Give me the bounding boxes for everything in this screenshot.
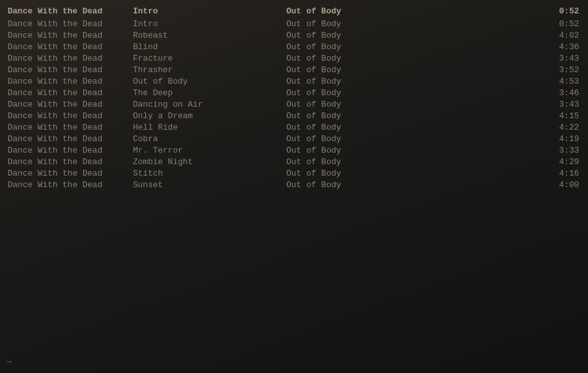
table-row[interactable]: Dance With the DeadSunsetOut of Body4:00: [0, 179, 588, 190]
table-row[interactable]: Dance With the DeadMr. TerrorOut of Body…: [0, 144, 588, 156]
track-artist: Dance With the Dead: [0, 157, 128, 167]
track-artist: Dance With the Dead: [0, 88, 128, 98]
track-artist: Dance With the Dead: [0, 169, 128, 178]
track-album: Out of Body: [281, 54, 537, 63]
track-title: Hell Ride: [128, 123, 281, 132]
track-album: Out of Body: [281, 180, 537, 190]
track-duration: 4:19: [537, 134, 588, 144]
table-row[interactable]: Dance With the DeadThrasherOut of Body3:…: [0, 64, 588, 75]
header-artist: Dance With the Dead: [0, 6, 128, 16]
track-album: Out of Body: [281, 42, 537, 52]
track-title: Cobra: [128, 134, 281, 144]
track-title: Zombie Night: [128, 157, 281, 167]
table-row[interactable]: Dance With the DeadThe DeepOut of Body3:…: [0, 87, 588, 98]
track-artist: Dance With the Dead: [0, 111, 128, 121]
track-duration: 4:22: [537, 123, 588, 132]
track-title: Fracture: [128, 54, 281, 63]
track-title: Robeast: [128, 31, 281, 40]
track-album: Out of Body: [281, 100, 537, 109]
header-title: Intro: [128, 6, 281, 16]
table-row[interactable]: Dance With the DeadHell RideOut of Body4…: [0, 121, 588, 133]
track-artist: Dance With the Dead: [0, 100, 128, 109]
track-duration: 4:53: [537, 77, 588, 86]
track-duration: 4:29: [537, 157, 588, 167]
table-row[interactable]: Dance With the DeadIntroOut of Body0:52: [0, 18, 588, 29]
track-list: Dance With the Dead Intro Out of Body 0:…: [0, 0, 588, 195]
track-duration: 3:43: [537, 100, 588, 109]
table-row[interactable]: Dance With the DeadRobeastOut of Body4:0…: [0, 29, 588, 41]
track-album: Out of Body: [281, 31, 537, 40]
track-artist: Dance With the Dead: [0, 42, 128, 52]
track-duration: 4:00: [537, 180, 588, 190]
table-row[interactable]: Dance With the DeadOnly a DreamOut of Bo…: [0, 110, 588, 121]
table-row[interactable]: Dance With the DeadZombie NightOut of Bo…: [0, 156, 588, 167]
track-title: Mr. Terror: [128, 146, 281, 155]
table-row[interactable]: Dance With the DeadBlindOut of Body4:36: [0, 41, 588, 52]
track-title: Dancing on Air: [128, 100, 281, 109]
table-row[interactable]: Dance With the DeadCobraOut of Body4:19: [0, 133, 588, 144]
track-title: Stitch: [128, 169, 281, 178]
track-title: Only a Dream: [128, 111, 281, 121]
track-album: Out of Body: [281, 169, 537, 178]
track-title: Sunset: [128, 180, 281, 190]
table-row[interactable]: Dance With the DeadStitchOut of Body4:16: [0, 167, 588, 179]
table-row[interactable]: Dance With the DeadFractureOut of Body3:…: [0, 52, 588, 64]
track-duration: 3:52: [537, 65, 588, 75]
table-row[interactable]: Dance With the DeadOut of BodyOut of Bod…: [0, 75, 588, 87]
track-artist: Dance With the Dead: [0, 77, 128, 86]
track-duration: 3:43: [537, 54, 588, 63]
track-album: Out of Body: [281, 65, 537, 75]
track-duration: 3:33: [537, 146, 588, 155]
track-album: Out of Body: [281, 111, 537, 121]
track-album: Out of Body: [281, 19, 537, 29]
track-artist: Dance With the Dead: [0, 31, 128, 40]
track-duration: 0:52: [537, 19, 588, 29]
track-title: Out of Body: [128, 77, 281, 86]
track-artist: Dance With the Dead: [0, 134, 128, 144]
table-row[interactable]: Dance With the DeadDancing on AirOut of …: [0, 98, 588, 110]
track-duration: 3:46: [537, 88, 588, 98]
track-artist: Dance With the Dead: [0, 19, 128, 29]
track-title: Thrasher: [128, 65, 281, 75]
track-title: Intro: [128, 19, 281, 29]
track-artist: Dance With the Dead: [0, 180, 128, 190]
track-album: Out of Body: [281, 88, 537, 98]
header-duration: 0:52: [537, 6, 588, 16]
track-duration: 4:02: [537, 31, 588, 40]
track-artist: Dance With the Dead: [0, 65, 128, 75]
track-album: Out of Body: [281, 134, 537, 144]
track-album: Out of Body: [281, 123, 537, 132]
track-duration: 4:15: [537, 111, 588, 121]
header-album: Out of Body: [281, 6, 537, 16]
arrow-indicator: →: [6, 357, 12, 367]
track-artist: Dance With the Dead: [0, 54, 128, 63]
track-artist: Dance With the Dead: [0, 146, 128, 155]
track-album: Out of Body: [281, 157, 537, 167]
track-duration: 4:16: [537, 169, 588, 178]
track-list-header: Dance With the Dead Intro Out of Body 0:…: [0, 5, 588, 17]
track-album: Out of Body: [281, 146, 537, 155]
track-album: Out of Body: [281, 77, 537, 86]
track-title: The Deep: [128, 88, 281, 98]
track-artist: Dance With the Dead: [0, 123, 128, 132]
track-title: Blind: [128, 42, 281, 52]
track-duration: 4:36: [537, 42, 588, 52]
